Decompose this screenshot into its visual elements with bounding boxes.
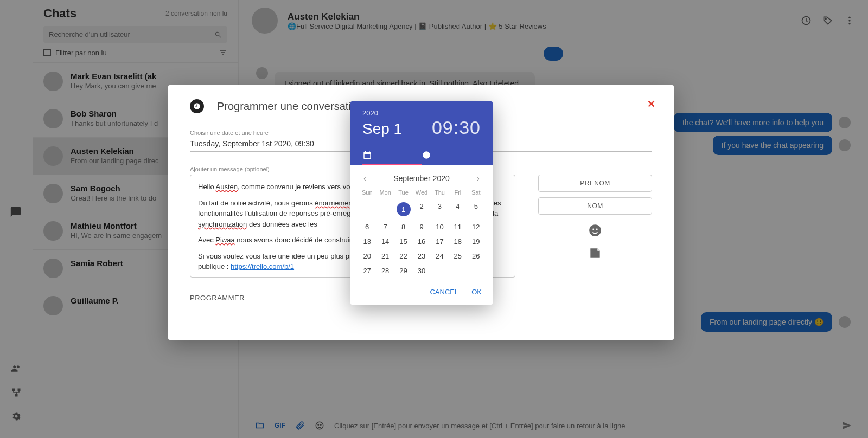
picker-month-label: September 2020 <box>393 174 450 183</box>
day-cell[interactable]: 12 <box>467 220 485 234</box>
day-cell[interactable]: 15 <box>394 234 412 249</box>
insert-firstname-button[interactable]: PRENOM <box>538 175 652 192</box>
day-cell[interactable]: 28 <box>376 263 394 278</box>
day-cell[interactable]: 29 <box>394 263 412 278</box>
day-cell[interactable]: 30 <box>412 263 430 278</box>
prev-month-button[interactable]: ‹ <box>360 173 369 184</box>
day-cell[interactable]: 5 <box>467 199 485 220</box>
dow-cell: Sat <box>467 189 485 196</box>
calendar-grid: 1234567891011121314151617181920212223242… <box>358 199 485 278</box>
day-of-week-row: SunMonTueWedThuFriSat <box>358 189 485 196</box>
day-cell <box>376 199 394 220</box>
day-cell[interactable]: 22 <box>394 249 412 263</box>
day-cell[interactable]: 13 <box>358 234 376 249</box>
day-cell[interactable]: 8 <box>394 220 412 234</box>
datetime-picker: 2020 Sep 1 09:30 ‹ September 2020 › SunM… <box>350 101 493 305</box>
picker-time[interactable]: 09:30 <box>432 117 481 138</box>
day-cell[interactable]: 4 <box>449 199 467 220</box>
next-month-button[interactable]: › <box>474 173 483 184</box>
day-cell[interactable]: 23 <box>412 249 430 263</box>
picker-cancel-button[interactable]: CANCEL <box>430 288 458 296</box>
day-cell[interactable]: 24 <box>431 249 449 263</box>
day-cell[interactable]: 1 <box>394 199 412 220</box>
picker-year[interactable]: 2020 <box>362 109 481 117</box>
dow-cell: Fri <box>449 189 467 196</box>
day-cell[interactable]: 18 <box>449 234 467 249</box>
dow-cell: Thu <box>431 189 449 196</box>
clock-icon <box>190 99 204 113</box>
svg-point-13 <box>596 228 598 230</box>
day-cell[interactable]: 20 <box>358 249 376 263</box>
picker-monthday: Sep 1 <box>362 120 402 138</box>
emoji-icon[interactable] <box>588 223 602 237</box>
day-cell <box>358 199 376 220</box>
svg-point-11 <box>589 224 601 236</box>
day-cell[interactable]: 27 <box>358 263 376 278</box>
day-cell[interactable]: 14 <box>376 234 394 249</box>
day-cell[interactable]: 9 <box>412 220 430 234</box>
dow-cell: Sun <box>358 189 376 196</box>
day-cell[interactable]: 3 <box>431 199 449 220</box>
insert-lastname-button[interactable]: NOM <box>538 197 652 215</box>
dow-cell: Mon <box>376 189 394 196</box>
dow-cell: Wed <box>412 189 430 196</box>
day-cell[interactable]: 21 <box>376 249 394 263</box>
dialog-title: Programmer une conversation <box>217 100 363 113</box>
svg-point-12 <box>592 228 594 230</box>
day-cell[interactable]: 10 <box>431 220 449 234</box>
day-cell[interactable]: 19 <box>467 234 485 249</box>
day-cell[interactable]: 6 <box>358 220 376 234</box>
day-cell[interactable]: 17 <box>431 234 449 249</box>
day-cell[interactable]: 2 <box>412 199 430 220</box>
day-cell[interactable]: 11 <box>449 220 467 234</box>
close-dialog-button[interactable]: ✕ <box>647 98 655 110</box>
tab-clock[interactable] <box>422 145 481 165</box>
dow-cell: Tue <box>394 189 412 196</box>
day-cell[interactable]: 7 <box>376 220 394 234</box>
note-icon[interactable] <box>588 246 602 260</box>
day-cell[interactable]: 25 <box>449 249 467 263</box>
picker-ok-button[interactable]: OK <box>471 288 482 296</box>
day-cell[interactable]: 16 <box>412 234 430 249</box>
day-cell[interactable]: 26 <box>467 249 485 263</box>
tab-calendar[interactable] <box>362 145 422 165</box>
